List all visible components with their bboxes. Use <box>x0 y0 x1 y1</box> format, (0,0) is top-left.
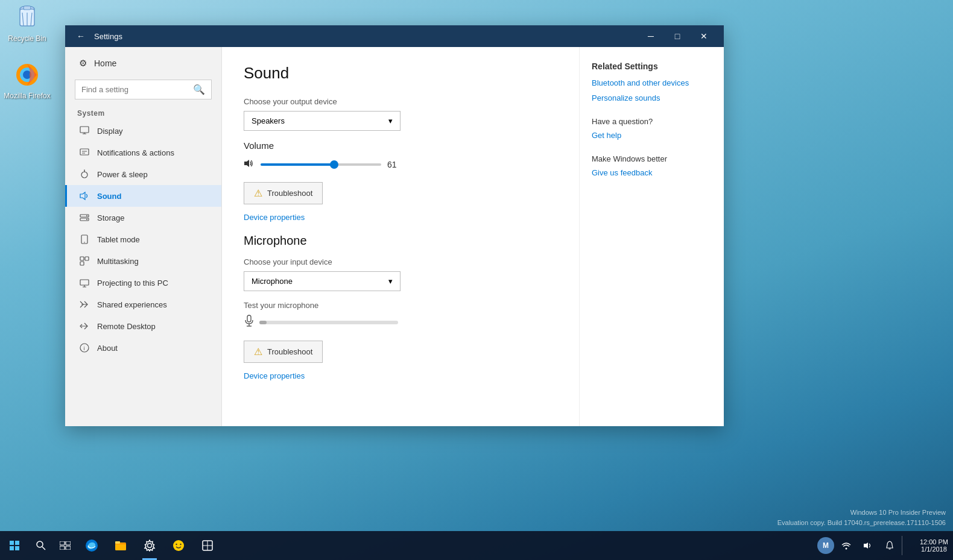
recycle-bin-label: Recycle Bin <box>8 34 46 43</box>
volume-value: 61 <box>387 160 402 169</box>
home-icon: ⚙ <box>77 58 88 69</box>
taskbar-extra[interactable] <box>193 531 222 560</box>
taskbar-edge[interactable] <box>77 531 106 560</box>
input-device-label: Choose your input device <box>244 257 557 266</box>
svg-rect-32 <box>60 541 65 545</box>
svg-rect-33 <box>66 541 71 545</box>
have-a-question-label: Have a question? <box>592 117 712 126</box>
power-icon <box>79 169 90 180</box>
svg-rect-2 <box>24 6 31 10</box>
tray-network[interactable] <box>837 536 856 555</box>
firefox-desktop-icon[interactable]: Mozilla Firefox <box>3 60 51 100</box>
output-device-label: Choose your output device <box>244 97 557 106</box>
svg-rect-38 <box>115 541 120 544</box>
sidebar-item-power-label: Power & sleep <box>97 170 148 179</box>
sidebar-item-multitasking[interactable]: Multitasking <box>65 250 221 272</box>
start-button[interactable] <box>0 531 29 560</box>
svg-point-42 <box>180 544 181 545</box>
taskbar-emoji[interactable] <box>164 531 193 560</box>
svg-point-46 <box>845 548 847 550</box>
sidebar-item-storage[interactable]: Storage <box>65 207 221 228</box>
warning-icon: ⚠ <box>254 187 262 199</box>
firefox-label: Mozilla Firefox <box>4 92 50 100</box>
remote-icon <box>79 321 90 332</box>
mic-device-properties-link[interactable]: Device properties <box>244 371 305 380</box>
output-dropdown-chevron: ▾ <box>388 116 393 125</box>
sidebar-section-label: System <box>65 104 221 120</box>
svg-rect-7 <box>80 149 89 155</box>
make-windows-better-section: Make Windows better Give us feedback <box>592 154 712 177</box>
mic-level-fill <box>259 321 267 324</box>
sidebar: ⚙ Home 🔍 System Display Notifications & … <box>65 47 222 426</box>
sidebar-item-sound[interactable]: Sound <box>65 185 221 207</box>
input-device-value: Microphone <box>252 277 293 286</box>
feedback-link[interactable]: Give us feedback <box>592 168 712 177</box>
search-input[interactable] <box>81 85 189 94</box>
sidebar-item-projecting[interactable]: Projecting to this PC <box>65 272 221 294</box>
input-device-dropdown[interactable]: Microphone ▾ <box>244 271 401 291</box>
back-button[interactable]: ← <box>72 28 89 45</box>
sidebar-item-display[interactable]: Display <box>65 120 221 142</box>
mic-troubleshoot-button[interactable]: ⚠ Troubleshoot <box>244 341 323 363</box>
settings-window: ← Settings ─ □ ✕ ⚙ Home 🔍 System <box>65 25 724 426</box>
volume-slider[interactable] <box>261 163 381 166</box>
microphone-section-title: Microphone <box>244 234 557 248</box>
get-help-link[interactable]: Get help <box>592 131 712 140</box>
clock-date: 1/1/2018 <box>921 546 947 553</box>
sidebar-item-multitasking-label: Multitasking <box>97 257 139 266</box>
tray-show-desktop[interactable] <box>902 536 910 555</box>
volume-row: 61 <box>244 158 557 171</box>
recycle-bin-icon[interactable]: Recycle Bin <box>3 3 51 43</box>
svg-rect-17 <box>85 257 89 260</box>
tray-volume[interactable] <box>858 536 878 555</box>
storage-icon <box>79 212 90 223</box>
window-controls: ─ □ ✕ <box>638 25 717 47</box>
svg-point-40 <box>173 540 184 551</box>
sidebar-item-projecting-label: Projecting to this PC <box>97 278 168 288</box>
volume-fill <box>261 163 334 166</box>
output-device-value: Speakers <box>252 116 285 125</box>
bluetooth-link[interactable]: Bluetooth and other devices <box>592 78 712 87</box>
tablet-icon <box>79 234 90 245</box>
svg-point-41 <box>176 544 177 545</box>
sidebar-item-power[interactable]: Power & sleep <box>65 163 221 185</box>
sidebar-item-remote[interactable]: Remote Desktop <box>65 315 221 337</box>
sidebar-item-tablet[interactable]: Tablet mode <box>65 228 221 250</box>
taskbar-explorer[interactable] <box>106 531 135 560</box>
search-box: 🔍 <box>75 80 212 99</box>
svg-marker-22 <box>244 160 249 167</box>
about-icon: i <box>79 342 90 353</box>
output-device-properties-link[interactable]: Device properties <box>244 213 305 222</box>
mic-test-row <box>244 315 557 330</box>
sidebar-item-shared[interactable]: Shared experiences <box>65 294 221 315</box>
title-bar: ← Settings ─ □ ✕ <box>65 25 724 47</box>
sidebar-item-notifications[interactable]: Notifications & actions <box>65 142 221 163</box>
taskbar-task-view[interactable] <box>53 531 77 560</box>
warning-icon-mic: ⚠ <box>254 346 262 357</box>
output-troubleshoot-button[interactable]: ⚠ Troubleshoot <box>244 182 323 204</box>
window-title: Settings <box>94 32 638 41</box>
input-dropdown-chevron: ▾ <box>388 277 393 286</box>
sidebar-home[interactable]: ⚙ Home <box>65 52 221 75</box>
taskbar-tray: M <box>812 536 915 555</box>
minimize-button[interactable]: ─ <box>638 25 663 47</box>
page-title: Sound <box>244 64 557 83</box>
personalize-sounds-link[interactable]: Personalize sounds <box>592 93 712 102</box>
output-device-dropdown[interactable]: Speakers ▾ <box>244 111 401 131</box>
sound-icon <box>79 190 90 201</box>
taskbar-search[interactable] <box>29 531 53 560</box>
volume-thumb[interactable] <box>330 160 338 169</box>
svg-point-30 <box>37 541 43 547</box>
svg-rect-23 <box>247 315 251 322</box>
taskbar-clock[interactable]: 12:00 PM 1/1/2018 <box>915 538 953 553</box>
maximize-button[interactable]: □ <box>665 25 690 47</box>
taskbar-settings[interactable] <box>135 531 164 560</box>
projecting-icon <box>79 277 90 288</box>
sidebar-item-storage-label: Storage <box>97 213 125 222</box>
sidebar-item-about[interactable]: i About <box>65 337 221 359</box>
tray-notifications[interactable] <box>880 536 899 555</box>
close-button[interactable]: ✕ <box>691 25 717 47</box>
mic-troubleshoot-label: Troubleshoot <box>267 347 312 356</box>
main-content: Sound Choose your output device Speakers… <box>222 47 579 426</box>
notifications-icon <box>79 147 90 158</box>
